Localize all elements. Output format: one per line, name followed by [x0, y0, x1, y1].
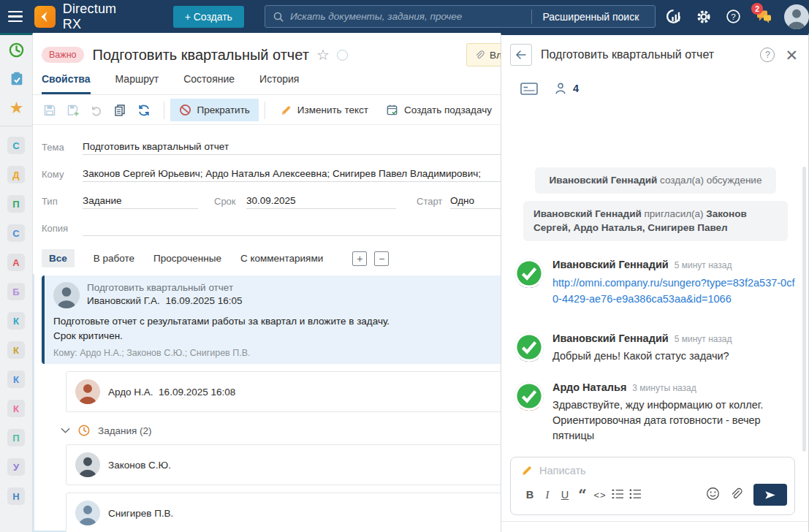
compose-input[interactable]: [539, 465, 784, 476]
underline-button[interactable]: U: [556, 489, 574, 501]
folder-letter-badge: К: [7, 370, 25, 388]
sidebar-folder-0[interactable]: С: [0, 131, 32, 160]
message-author: Ивановский Геннадий: [552, 332, 669, 344]
online-check-icon: [514, 381, 544, 411]
bold-button[interactable]: B: [521, 489, 539, 501]
undo-button[interactable]: [87, 99, 106, 121]
code-button[interactable]: <>: [591, 490, 609, 501]
system-message-invited: Ивановский Геннадий пригласил(а) Законов…: [523, 201, 788, 241]
tab-route[interactable]: Маршрут: [115, 73, 159, 94]
participants-count: 4: [573, 83, 579, 94]
type-field[interactable]: Задание: [83, 195, 198, 209]
advanced-search-button[interactable]: Расширенный поиск: [533, 11, 647, 23]
sidebar-folder-8[interactable]: К: [0, 365, 32, 394]
task-form: Тема Подготовить квартальный отчет Кому …: [33, 128, 501, 236]
sidebar-tasks-icon[interactable]: [0, 64, 33, 94]
chat-notifications-icon[interactable]: 2: [751, 4, 775, 29]
panel-help-icon[interactable]: ?: [760, 48, 775, 62]
folder-letter-badge: К: [7, 341, 25, 359]
filter-all[interactable]: Все: [42, 249, 75, 267]
quote-button[interactable]: “: [574, 491, 591, 498]
search-input[interactable]: [290, 11, 531, 22]
start-field[interactable]: Одно: [450, 195, 501, 209]
emoji-button[interactable]: [704, 487, 721, 503]
stop-task-button[interactable]: Прекратить: [170, 99, 259, 121]
copy-field[interactable]: [83, 233, 501, 236]
avatar: [53, 282, 80, 308]
topbar: Directum RX + Создать Расширенный поиск …: [0, 0, 809, 33]
sidebar-folder-12[interactable]: Н: [0, 482, 32, 511]
panel-bottom-divider: [501, 521, 808, 522]
settings-gear-icon[interactable]: [691, 4, 715, 29]
root-task-card[interactable]: Подготовить квартальный отчет Ивановский…: [42, 276, 501, 364]
bullet-list-button[interactable]: [626, 489, 644, 501]
filter-overdue[interactable]: Просроченные: [153, 253, 221, 264]
search-divider: [531, 10, 532, 24]
sidebar-folder-5[interactable]: Б: [0, 277, 32, 306]
sidebar-folder-4[interactable]: А: [0, 248, 32, 277]
copy-button[interactable]: [110, 99, 129, 121]
sidebar-folder-6[interactable]: К: [0, 306, 32, 335]
to-label: Кому: [42, 169, 83, 182]
attach-file-button[interactable]: [727, 487, 745, 503]
thread-filterbar: Все В работе Просроченные С комментариям…: [33, 249, 501, 267]
filter-in-progress[interactable]: В работе: [94, 253, 134, 264]
sidebar-folder-9[interactable]: К: [0, 394, 32, 423]
user-avatar[interactable]: [784, 4, 809, 29]
save-and-new-button[interactable]: [64, 99, 83, 121]
sidebar-folder-3[interactable]: С: [0, 218, 32, 248]
menu-hamburger-icon[interactable]: [0, 0, 31, 33]
due-date-field[interactable]: 30.09.2025: [246, 195, 396, 209]
ordered-list-button[interactable]: [609, 489, 626, 501]
tab-properties[interactable]: Свойства: [42, 73, 91, 94]
reply-card[interactable]: Ардо Н.А. 16.09.2025 16:08: [66, 371, 501, 412]
sidebar-folder-10[interactable]: П: [0, 423, 32, 452]
filter-with-comments[interactable]: С комментариями: [240, 253, 323, 264]
help-icon[interactable]: ?: [721, 4, 745, 29]
create-subtask-button[interactable]: Создать подзадачу: [377, 99, 501, 121]
monitoring-icon[interactable]: [661, 4, 685, 29]
create-subtask-label: Создать подзадачу: [404, 104, 492, 115]
tab-state[interactable]: Состояние: [183, 73, 235, 94]
save-button[interactable]: [40, 99, 59, 121]
folder-letter-badge: С: [7, 137, 25, 154]
participants-icon[interactable]: [554, 82, 567, 95]
start-label: Старт: [417, 196, 450, 209]
attachments-button[interactable]: Вл: [466, 43, 501, 66]
italic-button[interactable]: I: [539, 489, 556, 501]
to-field[interactable]: Законов Сергей Юрьевич; Ардо Наталья Але…: [83, 168, 501, 182]
sidebar-folder-11[interactable]: У: [0, 452, 32, 482]
assignee-card[interactable]: Законов С.Ю.: [66, 444, 501, 485]
discussion-card-icon[interactable]: [520, 83, 538, 95]
expand-all-button[interactable]: +: [352, 251, 367, 266]
paperclip-icon: [474, 50, 485, 61]
message-link[interactable]: http://omni.company.ru/sungero?type=83f2…: [552, 275, 797, 308]
theme-field[interactable]: Подготовить квартальный отчет: [83, 141, 501, 155]
chat-scrollbar[interactable]: [802, 167, 806, 452]
panel-close-icon[interactable]: ✕: [785, 48, 798, 63]
folder-letter-badge: К: [7, 312, 25, 330]
message-time: 5 минут назад: [675, 260, 732, 270]
root-task-author: Ивановский Г.А. 16.09.2025 16:05: [87, 295, 243, 306]
refresh-button[interactable]: [134, 99, 153, 121]
avatar: [514, 332, 544, 362]
assignee-card[interactable]: Снигирев П.В.: [66, 493, 501, 532]
favorite-star-icon[interactable]: ☆: [316, 46, 330, 64]
folder-letter-badge: Б: [7, 283, 25, 300]
create-button[interactable]: + Создать: [173, 6, 244, 28]
sidebar-folder-1[interactable]: Д: [0, 160, 32, 189]
assignments-group-toggle[interactable]: Задания (2): [61, 424, 501, 437]
sidebar-recent-icon[interactable]: [0, 35, 33, 64]
status-circle-icon[interactable]: [337, 50, 348, 61]
tab-history[interactable]: История: [259, 73, 299, 94]
send-button[interactable]: [753, 484, 787, 506]
avatar: [514, 381, 544, 411]
page-title: Подготовить квартальный отчет: [93, 47, 309, 64]
collapse-all-button[interactable]: −: [374, 251, 389, 266]
edit-text-button[interactable]: Изменить текст: [271, 99, 377, 121]
sidebar-folder-2[interactable]: П: [0, 189, 32, 218]
back-button[interactable]: [510, 44, 532, 66]
sidebar-folder-7[interactable]: К: [0, 335, 32, 365]
folder-letter-badge: У: [7, 458, 25, 476]
sidebar-favorites-icon[interactable]: ★: [0, 94, 33, 123]
